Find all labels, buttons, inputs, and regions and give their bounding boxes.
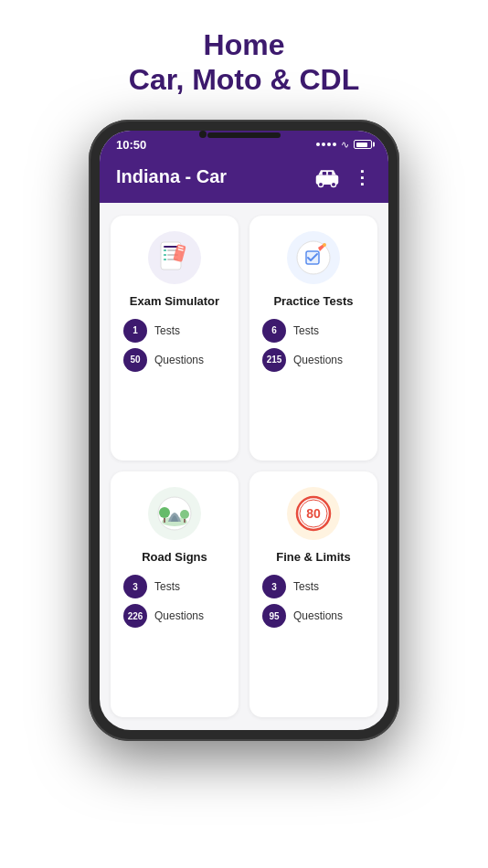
app-header: Indiana - Car ⋮ (100, 157, 388, 203)
practice-tests-card[interactable]: Practice Tests 6 Tests 215 Questions (249, 216, 377, 461)
exam-simulator-icon (147, 230, 202, 285)
svg-point-24 (159, 507, 170, 518)
svg-rect-8 (164, 249, 166, 251)
practice-tests-label: Practice Tests (273, 294, 353, 308)
car-icon[interactable] (314, 164, 340, 190)
svg-rect-4 (328, 172, 332, 175)
exam-tests-badge: 1 (123, 319, 147, 343)
status-time: 10:50 (116, 138, 146, 152)
svg-point-2 (331, 182, 335, 186)
exam-questions-badge: 50 (123, 348, 147, 372)
fine-limits-questions-badge: 95 (262, 604, 286, 628)
fine-limits-label: Fine & Limits (276, 550, 351, 564)
practice-tests-stat: 6 Tests (262, 319, 365, 343)
practice-questions-label: Questions (293, 354, 343, 366)
road-signs-questions-label: Questions (154, 609, 204, 622)
fine-limits-tests-label: Tests (293, 580, 319, 593)
practice-tests-label2: Tests (293, 324, 319, 337)
fine-limits-tests-badge: 3 (262, 575, 286, 598)
page-title: Home Car, Moto & CDL (129, 27, 359, 98)
fine-limits-tests-stat: 3 Tests (262, 575, 365, 598)
road-signs-tests-stat: 3 Tests (123, 575, 226, 598)
wifi-icon: ∿ (341, 139, 349, 151)
exam-simulator-label: Exam Simulator (130, 294, 219, 308)
fine-limits-card[interactable]: 80 Fine & Limits 3 Tests 95 Questions (249, 471, 377, 717)
road-signs-tests-label: Tests (154, 580, 180, 593)
svg-point-20 (323, 243, 326, 247)
fine-limits-questions-stat: 95 Questions (262, 604, 365, 628)
svg-rect-12 (164, 259, 166, 260)
signal-icon (316, 143, 336, 146)
svg-rect-25 (164, 518, 165, 523)
practice-tests-icon (286, 230, 341, 285)
svg-rect-27 (184, 519, 186, 523)
svg-rect-7 (164, 246, 178, 248)
svg-point-1 (318, 182, 323, 186)
exam-tests-stat: 1 Tests (123, 319, 226, 343)
status-icons: ∿ (316, 139, 372, 151)
phone-shell: 10:50 ∿ Indiana - Car (89, 120, 399, 741)
exam-questions-label: Questions (154, 354, 204, 366)
fine-limits-icon: 80 (286, 486, 341, 541)
header-icons: ⋮ (314, 164, 372, 190)
exam-tests-label: Tests (154, 324, 180, 337)
status-bar: 10:50 ∿ (100, 131, 388, 157)
svg-text:80: 80 (306, 506, 321, 521)
grid-container: Exam Simulator 1 Tests 50 Questions (100, 203, 388, 730)
road-signs-card[interactable]: Road Signs 3 Tests 226 Questions (111, 471, 239, 717)
menu-icon[interactable]: ⋮ (353, 166, 372, 188)
svg-rect-3 (323, 172, 326, 175)
svg-rect-10 (164, 254, 166, 256)
road-signs-tests-badge: 3 (123, 575, 147, 598)
road-signs-label: Road Signs (142, 550, 207, 564)
fine-limits-questions-label: Questions (293, 609, 343, 622)
battery-icon (354, 140, 372, 149)
road-signs-icon (147, 486, 202, 541)
practice-tests-badge: 6 (262, 319, 286, 343)
practice-questions-stat: 215 Questions (262, 348, 365, 372)
exam-simulator-card[interactable]: Exam Simulator 1 Tests 50 Questions (111, 216, 239, 461)
practice-questions-badge: 215 (262, 348, 286, 372)
road-signs-questions-stat: 226 Questions (123, 604, 226, 628)
app-title: Indiana - Car (116, 166, 227, 187)
exam-questions-stat: 50 Questions (123, 348, 226, 372)
page-wrapper: Home Car, Moto & CDL 10:50 ∿ (0, 0, 488, 868)
svg-point-26 (180, 510, 189, 519)
phone-screen: 10:50 ∿ Indiana - Car (100, 131, 388, 730)
road-signs-questions-badge: 226 (123, 604, 147, 628)
